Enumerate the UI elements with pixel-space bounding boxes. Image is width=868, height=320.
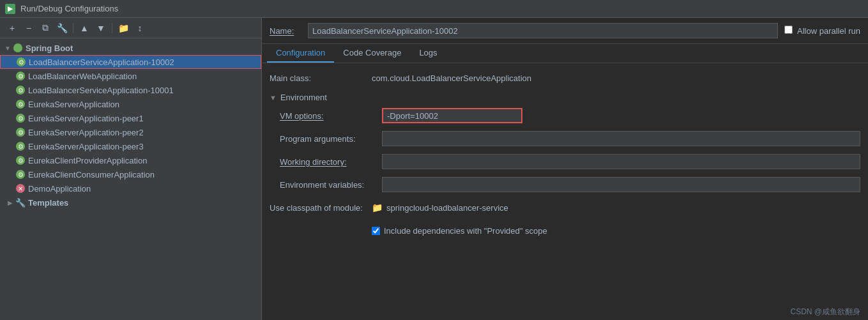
main-class-row: Main class: com.cloud.LoadBalancerServic…	[270, 70, 860, 86]
app-icon: ▶	[5, 4, 15, 14]
tree-item-2[interactable]: ⚙ LoadBalancerServiceApplication-10001	[0, 83, 261, 97]
tree-item-8[interactable]: ⚙ EurekaClientConsumerApplication	[0, 167, 261, 181]
remove-button[interactable]: −	[22, 21, 36, 35]
toolbar: + − ⧉ 🔧 ▲ ▼ 📁 ↕	[0, 18, 261, 38]
app-icon-4: ⚙	[15, 113, 26, 123]
app-icon-0: ⚙	[16, 57, 26, 67]
tree-item-4[interactable]: ⚙ EurekaServerApplication-peer1	[0, 111, 261, 125]
config-content: Main class: com.cloud.LoadBalancerServic…	[262, 63, 868, 320]
toolbar-divider-1	[73, 23, 73, 33]
tree-item-label-2: LoadBalancerServiceApplication-10001	[28, 86, 174, 95]
templates-label: Templates	[28, 198, 68, 208]
dialog-title: Run/Debug Configurations	[20, 4, 118, 13]
move-up-button[interactable]: ▲	[77, 21, 91, 35]
tree-item-label-3: EurekaServerApplication	[28, 100, 119, 109]
add-button[interactable]: +	[5, 21, 19, 35]
vm-options-label: VM options:	[280, 111, 382, 121]
allow-parallel-checkbox[interactable]	[784, 26, 793, 34]
classpath-row: Use classpath of module: 📁 springcloud-l…	[270, 199, 860, 216]
tree-item-9[interactable]: ✕ DemoApplication	[0, 181, 261, 195]
branding-text: CSDN @咸鱼欲翻身	[790, 307, 860, 316]
right-panel: Name: Allow parallel run Configuration C…	[262, 18, 868, 320]
settings-button[interactable]: 🔧	[55, 21, 69, 35]
working-dir-row: Working directory:	[280, 153, 860, 170]
templates-arrow: ▶	[5, 197, 15, 208]
sort-button[interactable]: ↕	[133, 21, 147, 35]
top-bar: ▶ Run/Debug Configurations	[0, 0, 868, 18]
tree-item-label-6: EurekaServerApplication-peer3	[28, 142, 144, 151]
app-icon-9: ✕	[15, 183, 26, 194]
allow-parallel-text: Allow parallel run	[797, 26, 860, 36]
spring-boot-icon	[13, 43, 23, 53]
app-icon-2: ⚙	[15, 85, 26, 95]
program-args-row: Program arguments:	[280, 130, 860, 147]
tree-item-0[interactable]: ⚙ LoadBalancerServiceApplication-10002	[0, 55, 261, 69]
env-vars-label: Environment variables:	[280, 180, 382, 190]
env-vars-input[interactable]	[382, 177, 860, 192]
copy-button[interactable]: ⧉	[38, 21, 52, 35]
spring-boot-label: Spring Boot	[26, 43, 73, 53]
tab-configuration[interactable]: Configuration	[267, 44, 334, 63]
name-input[interactable]	[308, 23, 778, 38]
wrench-icon: 🔧	[15, 197, 26, 208]
config-tree: ▼ Spring Boot ⚙ LoadBalancerServiceAppli…	[0, 38, 261, 320]
allow-parallel-label: Allow parallel run	[784, 26, 860, 36]
tree-item-6[interactable]: ⚙ EurekaServerApplication-peer3	[0, 139, 261, 153]
classpath-label: Use classpath of module:	[270, 203, 372, 213]
environment-section[interactable]: ▼ Environment	[270, 93, 860, 102]
app-icon-6: ⚙	[15, 141, 26, 151]
main-class-label: Main class:	[270, 73, 372, 83]
include-deps-checkbox[interactable]	[372, 227, 380, 235]
vm-options-row: VM options:	[280, 107, 860, 124]
move-down-button[interactable]: ▼	[94, 21, 108, 35]
include-deps-row: Include dependencies with "Provided" sco…	[270, 222, 860, 239]
app-icon-3: ⚙	[15, 99, 26, 109]
main-container: + − ⧉ 🔧 ▲ ▼ 📁 ↕ ▼ Spring Boot	[0, 18, 868, 320]
tree-item-label-0: LoadBalancerServiceApplication-10002	[29, 57, 174, 67]
folder-button[interactable]: 📁	[116, 21, 130, 35]
tabs-bar: Configuration Code Coverage Logs	[262, 44, 868, 63]
left-panel: + − ⧉ 🔧 ▲ ▼ 📁 ↕ ▼ Spring Boot	[0, 18, 262, 320]
app-icon-label: ▶	[8, 5, 13, 12]
app-icon-7: ⚙	[15, 155, 26, 165]
templates-group[interactable]: ▶ 🔧 Templates	[0, 195, 261, 210]
tree-item-label-7: EurekaClientProviderApplication	[28, 156, 147, 165]
name-label: Name:	[270, 26, 301, 36]
app-icon-8: ⚙	[15, 169, 26, 179]
tab-logs[interactable]: Logs	[410, 44, 446, 63]
group-arrow: ▼	[3, 43, 13, 53]
tree-item-label-8: EurekaClientConsumerApplication	[28, 170, 155, 179]
app-icon-1: ⚙	[15, 71, 26, 81]
main-class-value: com.cloud.LoadBalancerServiceApplication	[372, 73, 860, 83]
tree-item-7[interactable]: ⚙ EurekaClientProviderApplication	[0, 153, 261, 167]
module-select: 📁 springcloud-loadbalancer-service	[372, 202, 508, 213]
tree-item-label-5: EurekaServerApplication-peer2	[28, 128, 144, 137]
branding: CSDN @咸鱼欲翻身	[790, 307, 860, 317]
program-args-label: Program arguments:	[280, 134, 382, 144]
name-row: Name: Allow parallel run	[262, 18, 868, 44]
working-dir-input[interactable]	[382, 154, 860, 169]
toolbar-divider-2	[112, 23, 112, 33]
spring-boot-group[interactable]: ▼ Spring Boot	[0, 41, 261, 55]
working-dir-label: Working directory:	[280, 157, 382, 167]
include-deps-label: Include dependencies with "Provided" sco…	[384, 226, 547, 236]
include-deps-checkbox-row: Include dependencies with "Provided" sco…	[372, 226, 547, 236]
tree-item-label-4: EurekaServerApplication-peer1	[28, 114, 144, 123]
module-folder-icon: 📁	[372, 202, 383, 213]
environment-title: Environment	[280, 93, 327, 102]
classpath-module-value: springcloud-loadbalancer-service	[386, 203, 508, 213]
vm-options-input[interactable]	[382, 108, 522, 123]
tree-item-1[interactable]: ⚙ LoadBalancerWebApplication	[0, 69, 261, 83]
tree-item-label-9: DemoApplication	[28, 184, 91, 194]
program-args-input[interactable]	[382, 131, 860, 146]
environment-arrow: ▼	[270, 94, 277, 102]
tree-item-3[interactable]: ⚙ EurekaServerApplication	[0, 97, 261, 111]
tree-item-5[interactable]: ⚙ EurekaServerApplication-peer2	[0, 125, 261, 139]
tree-item-label-1: LoadBalancerWebApplication	[28, 72, 137, 81]
tab-code-coverage[interactable]: Code Coverage	[334, 44, 410, 63]
app-icon-5: ⚙	[15, 127, 26, 137]
env-vars-row: Environment variables:	[280, 176, 860, 193]
